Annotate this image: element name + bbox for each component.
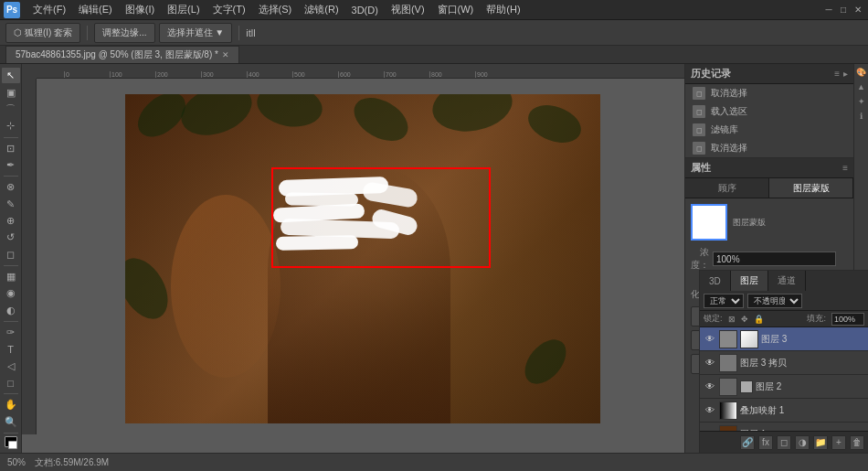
layer-row-2[interactable]: 👁 图层 2: [700, 375, 868, 399]
new-adj-btn[interactable]: ◑: [795, 435, 810, 450]
blend-mode-select[interactable]: 正常: [704, 294, 744, 308]
clone-tool[interactable]: ⊕: [2, 213, 20, 229]
history-item-3[interactable]: ◻ 滤镜库: [685, 121, 853, 139]
background-color[interactable]: [8, 441, 17, 449]
dodge-tool[interactable]: ◐: [2, 303, 20, 318]
layer-row-3copy[interactable]: 👁 图层 3 拷贝: [700, 351, 868, 375]
properties-title: 属性: [691, 161, 711, 175]
history-title: 历史记录: [691, 67, 731, 80]
color-icon[interactable]: 🎨: [855, 66, 868, 79]
layer-3-visibility[interactable]: 👁: [704, 333, 716, 346]
ruler-mark: 500: [292, 71, 305, 78]
left-toolbar-sep-6: [4, 433, 18, 434]
properties-menu-icon[interactable]: ≡: [842, 163, 848, 173]
tab-channels[interactable]: 通道: [768, 271, 806, 291]
vertical-ruler: [22, 79, 37, 434]
lock-move-icon[interactable]: ✥: [741, 315, 748, 324]
add-fx-btn[interactable]: fx: [758, 435, 773, 450]
gradmap-visibility[interactable]: 👁: [704, 404, 716, 417]
tab-layers[interactable]: 图层: [731, 271, 768, 291]
menu-window[interactable]: 窗口(W): [432, 1, 480, 18]
close-button[interactable]: ✕: [852, 4, 864, 16]
hand-tool[interactable]: ✋: [2, 397, 20, 412]
tool-selector[interactable]: ⬡ 狐狸(I) 套索: [5, 23, 80, 43]
menu-select[interactable]: 选择(S): [253, 1, 298, 18]
menu-image[interactable]: 图像(I): [120, 1, 160, 18]
adjust-icon[interactable]: ▲: [855, 80, 868, 93]
history-item-1[interactable]: ◻ 取消选择: [685, 84, 853, 102]
minimize-button[interactable]: ─: [822, 4, 835, 16]
density-input[interactable]: [713, 252, 836, 266]
lasso-tool[interactable]: ⌒: [2, 102, 20, 117]
layer-2-visibility[interactable]: 👁: [704, 380, 716, 393]
spot-heal-tool[interactable]: ⊗: [2, 179, 20, 195]
eyedropper-tool[interactable]: ✒: [2, 157, 20, 173]
layer-row-1[interactable]: 👁 图层 1 fx: [700, 423, 868, 431]
add-mask-btn[interactable]: ◻: [777, 435, 791, 450]
menu-filter[interactable]: 滤镜(R): [299, 1, 344, 18]
select-mask-button[interactable]: 选择并遮住 ▼: [159, 23, 233, 43]
canvas-area[interactable]: 0 100 200 300 400 500 600 700 800 900: [22, 64, 684, 453]
canvas-image[interactable]: [125, 94, 600, 423]
lock-all-icon[interactable]: 🔒: [754, 315, 764, 324]
left-toolbar-sep-4: [4, 321, 18, 322]
gradmap-thumb: [719, 401, 737, 420]
ruler-mark: 800: [429, 71, 442, 78]
tool-icon: ⬡: [14, 27, 22, 37]
eraser-tool[interactable]: ◻: [2, 247, 20, 262]
path-tool[interactable]: ◁: [2, 359, 20, 374]
select-tool[interactable]: ▣: [2, 84, 20, 100]
gradient-tool[interactable]: ▦: [2, 269, 20, 284]
layer-3copy-visibility[interactable]: 👁: [704, 357, 716, 369]
history-item-2[interactable]: ◻ 载入选区: [685, 102, 853, 121]
style-icon[interactable]: ✦: [855, 95, 868, 108]
crop-tool[interactable]: ⊡: [2, 140, 20, 155]
layer-3copy-name: 图层 3 拷贝: [740, 357, 864, 369]
layer-row-3[interactable]: 👁 图层 3: [700, 327, 868, 351]
menu-edit[interactable]: 编辑(E): [73, 1, 118, 18]
layers-list: 👁 图层 3 👁 图层 3 拷贝 👁 图层 2 👁 叠加映射 1 👁: [700, 327, 868, 431]
history-collapse-icon[interactable]: ▸: [843, 69, 848, 79]
magic-wand-tool[interactable]: ⊹: [2, 118, 20, 134]
new-group-btn[interactable]: 📁: [813, 435, 828, 450]
blur-tool[interactable]: ◉: [2, 285, 20, 301]
document-tab[interactable]: 57bac48861355.jpg @ 50% (图层 3, 图层蒙版/8) *…: [5, 46, 239, 63]
menu-file[interactable]: 文件(F): [27, 1, 71, 18]
history-icon-2: ◻: [693, 105, 705, 118]
refine-edge-button[interactable]: 调整边缘...: [94, 23, 154, 43]
delete-layer-btn[interactable]: 🗑: [850, 435, 864, 450]
history-brush-tool[interactable]: ↺: [2, 230, 20, 245]
add-link-btn[interactable]: 🔗: [740, 435, 755, 450]
maximize-button[interactable]: □: [837, 4, 850, 16]
tab-close-icon[interactable]: ✕: [222, 50, 229, 59]
tab-3d[interactable]: 3D: [700, 271, 731, 291]
text-tool[interactable]: T: [2, 341, 20, 357]
lock-pixel-icon[interactable]: ⊠: [728, 315, 736, 324]
properties-controls: ≡: [842, 163, 848, 173]
shape-tool[interactable]: □: [2, 375, 20, 391]
ruler-mark: 300: [201, 71, 214, 78]
menu-type[interactable]: 文字(T): [207, 1, 251, 18]
tab-layer-mask[interactable]: 图层蒙版: [769, 178, 853, 198]
pen-tool[interactable]: ✑: [2, 325, 20, 340]
new-layer-btn[interactable]: +: [831, 435, 846, 450]
layer-row-gradmap[interactable]: 👁 叠加映射 1: [700, 399, 868, 423]
move-tool[interactable]: ↖: [2, 68, 20, 83]
menu-view[interactable]: 视图(V): [386, 1, 430, 18]
info-icon[interactable]: ℹ: [855, 110, 868, 123]
status-bar: 50% 文档:6.59M/26.9M: [0, 453, 868, 471]
history-menu-icon[interactable]: ≡: [834, 69, 840, 79]
menu-layer[interactable]: 图层(L): [162, 1, 205, 18]
tab-order[interactable]: 顾序: [685, 178, 769, 198]
fill-label: 填充:: [807, 313, 826, 325]
history-item-4[interactable]: ◻ 取消选择: [685, 139, 853, 157]
brush-tool[interactable]: ✎: [2, 196, 20, 211]
opacity-select[interactable]: 不透明度: 100%: [747, 294, 802, 308]
menu-3d[interactable]: 3D(D): [346, 3, 384, 17]
menu-bar: Ps 文件(F) 编辑(E) 图像(I) 图层(L) 文字(T) 选择(S) 滤…: [0, 0, 868, 20]
fill-input[interactable]: [831, 313, 864, 326]
menu-help[interactable]: 帮助(H): [481, 1, 525, 18]
ruler-mark: 0: [64, 71, 69, 78]
ruler-corner: [22, 64, 37, 79]
zoom-tool[interactable]: 🔍: [2, 414, 20, 430]
